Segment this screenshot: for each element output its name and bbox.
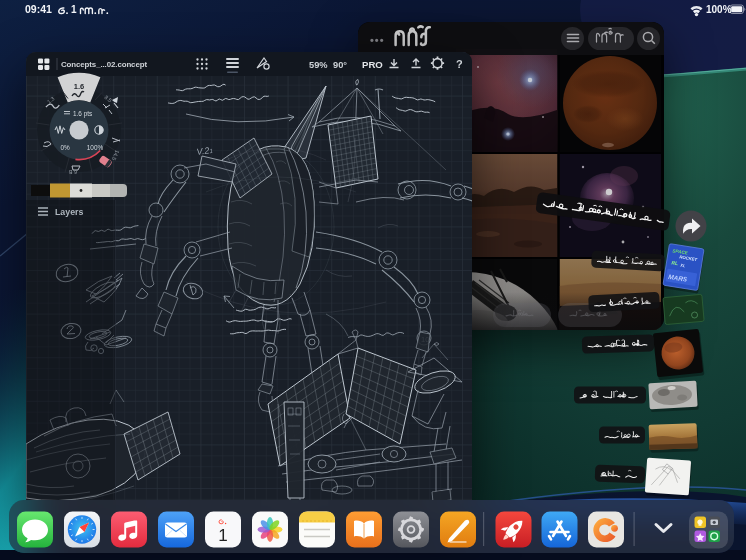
svg-text:09:41: 09:41 — [25, 3, 52, 15]
svg-text:1: 1 — [71, 4, 77, 15]
svg-text:100%: 100% — [706, 4, 732, 15]
